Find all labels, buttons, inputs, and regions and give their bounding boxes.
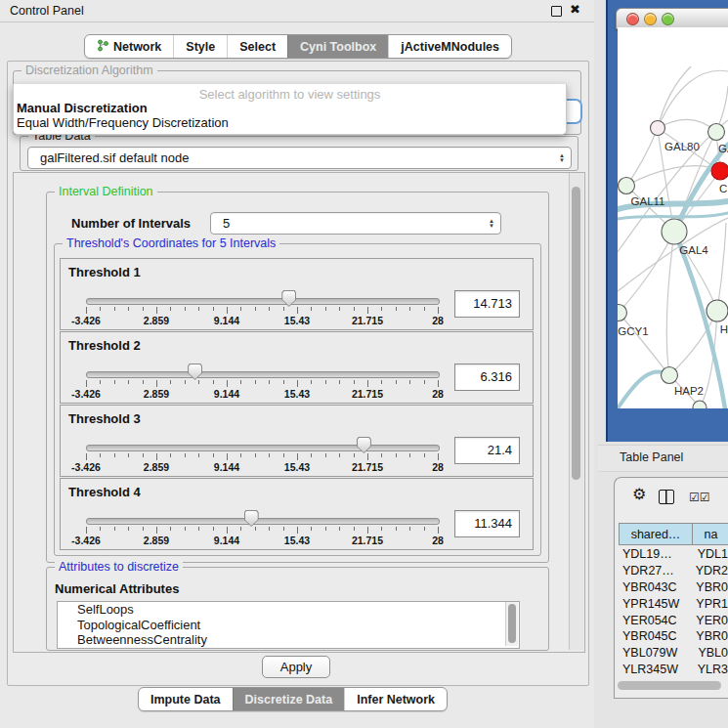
algorithm-placeholder: Select algorithm to view settings [14, 87, 566, 102]
cell-name[interactable]: YBR0 [689, 580, 728, 594]
attributes-list-scrollbar[interactable] [505, 602, 518, 646]
threshold-value-input[interactable]: 14.713 [454, 290, 520, 318]
network-node-green[interactable] [619, 178, 635, 194]
tab-label: jActiveMNodules [401, 40, 499, 54]
cell-shared-name[interactable]: YLR345W [616, 663, 691, 676]
network-node-green[interactable] [662, 367, 678, 384]
close-window-button[interactable] [626, 13, 639, 25]
apply-button[interactable]: Apply [262, 656, 330, 678]
algorithm-option-equal-width-frequency-discretization[interactable]: Equal Width/Frequency Discretization [17, 115, 229, 130]
minor-tick [143, 527, 144, 531]
algorithm-option-manual-discretization[interactable]: Manual Discretization [17, 101, 148, 115]
threshold-slider-track[interactable] [86, 371, 440, 378]
table-row[interactable]: YDL19…YDL1 [616, 546, 728, 563]
checkbox-icons[interactable]: ☑☑ [689, 491, 710, 504]
vertical-scrollbar[interactable] [569, 173, 583, 650]
threshold-value-input[interactable]: 6.316 [454, 364, 520, 391]
table-row[interactable]: YER054CYER0 [616, 612, 728, 628]
cell-shared-name[interactable]: YBL079W [616, 646, 691, 660]
float-panel-icon[interactable] [551, 6, 562, 17]
cell-shared-name[interactable]: YDR27… [616, 564, 689, 578]
minor-tick [255, 307, 256, 311]
table-row[interactable]: YDR27…YDR2 [616, 563, 728, 579]
network-node-green[interactable] [708, 124, 725, 141]
node-label-gal4: GAL4 [679, 244, 708, 256]
minor-tick [381, 380, 382, 384]
column-header-shared-name[interactable]: shared… [619, 523, 693, 545]
horizontal-scrollbar[interactable] [618, 681, 725, 690]
tick-label: 2.859 [127, 388, 186, 400]
threshold-slider-track[interactable] [86, 298, 440, 305]
table-row[interactable]: YBR045CYBR0 [616, 628, 728, 645]
close-icon[interactable]: ✖ [570, 2, 580, 17]
columns-icon[interactable] [659, 490, 674, 504]
tab-discretize-data[interactable]: Discretize Data [233, 688, 345, 710]
top-tab-bar: NetworkStyleSelectCyni ToolboxjActiveMNo… [84, 34, 512, 59]
attribute-item-topologicalcoefficient[interactable]: TopologicalCoefficient [58, 618, 519, 633]
cell-name[interactable]: YDR2 [689, 564, 728, 578]
cell-shared-name[interactable]: YDL19… [616, 547, 691, 561]
cell-shared-name[interactable]: YPR145W [616, 597, 689, 611]
tab-network[interactable]: Network [85, 35, 173, 58]
combo-spinner[interactable]: ▲▼ [483, 219, 500, 229]
table-row[interactable]: YBR043CYBR0 [616, 579, 728, 596]
attribute-item-selfloops[interactable]: SelfLoops [58, 602, 519, 618]
threshold-panel-2: Threshold 2-3.4262.8599.14415.4321.71528… [60, 331, 534, 404]
table-data-combobox[interactable]: galFiltered.sif default node ▲▼ [27, 147, 572, 169]
zoom-window-button[interactable] [662, 13, 674, 25]
minor-tick [409, 453, 410, 457]
network-node-green[interactable] [618, 305, 627, 321]
node-label-gal11: GAL11 [631, 195, 665, 207]
network-edge [626, 128, 658, 186]
cell-name[interactable]: YBL0 [691, 646, 728, 660]
minor-tick [311, 380, 312, 384]
minor-tick [269, 453, 270, 457]
threshold-value-input[interactable]: 11.344 [454, 510, 520, 537]
combo-spinner[interactable]: ▲▼ [553, 153, 571, 163]
cell-name[interactable]: YLR3 [691, 663, 728, 676]
horizontal-scrollbar-thumb[interactable] [618, 681, 721, 690]
tab-style[interactable]: Style [173, 35, 227, 58]
column-header-name[interactable]: na [692, 523, 728, 545]
minor-tick [325, 527, 326, 531]
major-tick [86, 380, 87, 387]
cell-shared-name[interactable]: YER054C [616, 614, 689, 627]
attributes-list-scrollbar-thumb[interactable] [508, 604, 516, 643]
network-node-green[interactable] [662, 219, 687, 244]
threshold-value-input[interactable]: 21.4 [454, 437, 520, 464]
network-node-green[interactable] [707, 300, 728, 321]
network-node-pink[interactable] [651, 121, 665, 136]
numerical-attributes-list[interactable]: SelfLoopsTopologicalCoefficientBetweenne… [57, 601, 520, 649]
table-row[interactable]: YIL052CYIL0 [616, 677, 728, 679]
cell-name[interactable]: YPR1 [689, 597, 728, 611]
table-row[interactable]: YLR345WYLR3 [616, 662, 728, 678]
tick-label: 9.144 [197, 388, 256, 400]
number-of-intervals-combobox[interactable]: 5 ▲▼ [210, 212, 501, 235]
tab-infer-network[interactable]: Infer Network [344, 688, 447, 710]
threshold-slider-track[interactable] [86, 445, 440, 451]
tab-cyni-toolbox[interactable]: Cyni Toolbox [287, 35, 388, 58]
network-window-titlebar[interactable] [616, 8, 728, 29]
tab-label: Cyni Toolbox [300, 40, 376, 54]
tick-label: -3.426 [57, 388, 115, 400]
minor-tick [354, 307, 355, 311]
cell-name[interactable]: YBR0 [689, 629, 728, 643]
cell-shared-name[interactable]: YBR043C [616, 580, 689, 594]
tab-impute-data[interactable]: Impute Data [139, 688, 233, 710]
minor-tick [409, 307, 410, 311]
threshold-slider-track[interactable] [86, 518, 440, 525]
table-row[interactable]: YBL079WYBL0 [616, 645, 728, 662]
minimize-window-button[interactable] [644, 13, 657, 25]
minor-tick [396, 453, 397, 457]
tab-jactivemnodules[interactable]: jActiveMNodules [388, 35, 511, 58]
vertical-scrollbar-thumb[interactable] [572, 187, 580, 480]
cell-shared-name[interactable]: YBR045C [616, 629, 689, 643]
cell-name[interactable]: YER0 [689, 614, 728, 627]
tab-select[interactable]: Select [227, 35, 287, 58]
network-view[interactable]: GAL80GACGAL11GAL4GCY1HHAP2 [618, 27, 728, 408]
cell-name[interactable]: YDL1 [691, 547, 728, 561]
table-row[interactable]: YPR145WYPR1 [616, 595, 728, 612]
gear-icon[interactable]: ⚙ [632, 487, 646, 502]
attribute-item-betweennesscentrality[interactable]: BetweennessCentrality [58, 632, 519, 648]
network-node-red[interactable] [711, 162, 728, 180]
